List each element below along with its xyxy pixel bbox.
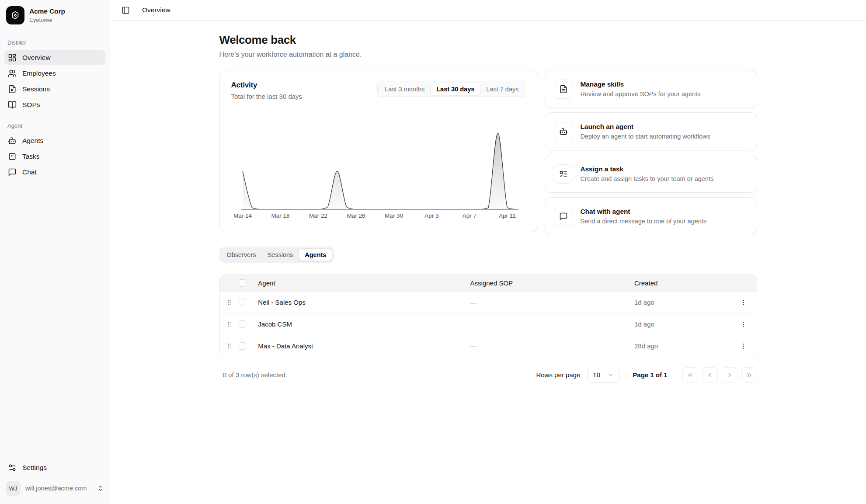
page-subtitle: Here's your workforce automation at a gl… [219, 51, 757, 59]
action-title: Launch an agent [581, 123, 710, 131]
action-card-launch-agent[interactable]: Launch an agent Deploy an agent to start… [545, 112, 757, 150]
x-axis-tick-label: Apr 11 [499, 212, 516, 219]
workspace-switcher[interactable]: Acme Corp Eyetower [4, 4, 105, 26]
avatar: WJ [6, 481, 21, 496]
sidebar-item-label: Tasks [22, 153, 40, 160]
sidebar-item-label: Employees [22, 70, 56, 77]
sidebar-toggle-button[interactable] [119, 3, 132, 17]
drag-handle[interactable] [226, 321, 233, 327]
sidebar-item-sops[interactable]: SOPs [4, 97, 105, 112]
previous-page-button[interactable] [702, 367, 718, 383]
action-text: Chat with agent Send a direct message to… [581, 208, 707, 225]
grip-vertical-icon [226, 321, 233, 327]
action-icon-box [554, 122, 573, 141]
action-text: Launch an agent Deploy an agent to start… [581, 123, 710, 140]
agent-name: Neil - Sales Ops [254, 299, 470, 306]
created-value: 28d ago [634, 342, 730, 350]
range-tab-last-30-days[interactable]: Last 30 days [430, 83, 480, 95]
grip-vertical-icon [226, 343, 233, 349]
assigned-sop-value: — [470, 320, 634, 328]
hexagon-gem-icon [10, 10, 21, 21]
drag-handle[interactable] [226, 299, 233, 306]
table-footer: 0 of 3 row(s) selected. Rows per page 10… [219, 367, 757, 400]
row-checkbox[interactable] [239, 342, 246, 350]
next-page-button[interactable] [722, 367, 737, 383]
list-todo-icon [559, 170, 568, 178]
book-open-icon [8, 101, 17, 109]
nav-section-agent: Agent Agents Tasks [4, 122, 105, 179]
table-row[interactable]: Jacob CSM — 1d ago [220, 313, 757, 335]
row-checkbox[interactable] [239, 320, 246, 328]
workspace-name: Acme Corp [29, 7, 65, 15]
users-icon [8, 69, 17, 78]
section-label: Distiller [4, 39, 105, 46]
row-menu-cell [730, 318, 757, 331]
user-menu[interactable]: WJ will.jones@acme.com [4, 479, 105, 498]
sidebar-item-chat[interactable]: Chat [4, 165, 105, 179]
column-header-created: Created [634, 279, 730, 287]
last-page-button[interactable] [741, 367, 757, 383]
first-page-button[interactable] [682, 367, 698, 383]
action-title: Manage skills [581, 80, 701, 88]
tab-agents[interactable]: Agents [299, 248, 332, 261]
row-menu-cell [730, 296, 757, 309]
table-row[interactable]: Neil - Sales Ops — 1d ago [220, 291, 757, 313]
workspace-subtitle: Eyetower [29, 17, 65, 23]
sidebar-item-settings[interactable]: Settings [4, 460, 105, 475]
assigned-sop-value: — [470, 342, 634, 350]
message-square-icon [559, 212, 568, 221]
x-axis-tick-label: Mar 26 [347, 212, 365, 219]
row-handle-cell [220, 343, 239, 349]
sidebar-item-employees[interactable]: Employees [4, 66, 105, 80]
row-actions-button[interactable] [737, 318, 750, 331]
dashboard-row: Activity Total for the last 30 days Last… [219, 70, 757, 235]
select-all-checkbox[interactable] [239, 279, 246, 287]
range-tab-last-7-days[interactable]: Last 7 days [480, 83, 524, 95]
sidebar-footer: Settings WJ will.jones@acme.com [4, 460, 105, 498]
action-title: Assign a task [581, 165, 714, 173]
view-tabs: Observers Sessions Agents [219, 247, 334, 263]
sidebar-item-label: Sessions [22, 85, 50, 93]
sidebar: Acme Corp Eyetower Distiller Overview [0, 0, 110, 504]
action-title: Chat with agent [581, 208, 707, 216]
rows-per-page-select[interactable]: 10 [587, 367, 619, 383]
sidebar-item-tasks[interactable]: Tasks [4, 149, 105, 163]
created-value: 1d ago [634, 299, 730, 306]
file-play-icon [8, 85, 17, 94]
sidebar-item-label: SOPs [22, 101, 40, 109]
tab-observers[interactable]: Observers [221, 248, 262, 261]
breadcrumb: Overview [142, 6, 170, 14]
agent-name: Jacob CSM [254, 320, 470, 328]
sidebar-item-agents[interactable]: Agents [4, 133, 105, 148]
table-row[interactable]: Max - Data Analyst — 28d ago [220, 335, 757, 357]
ellipsis-vertical-icon [740, 321, 747, 328]
sliders-icon [8, 463, 17, 472]
row-handle-cell [220, 299, 239, 306]
row-checkbox[interactable] [239, 299, 246, 306]
x-axis-tick-label: Mar 14 [233, 212, 252, 219]
action-description: Send a direct message to one of your age… [581, 218, 707, 225]
dashboard-icon [8, 53, 17, 62]
x-axis-tick-label: Apr 7 [462, 212, 476, 219]
row-checkbox-cell [239, 320, 254, 328]
message-square-icon [8, 168, 17, 177]
chevrons-left-icon [687, 372, 694, 379]
range-tab-last-3-months[interactable]: Last 3 months [379, 83, 430, 95]
action-card-manage-skills[interactable]: Manage skills Review and approve SOPs fo… [545, 70, 757, 108]
action-description: Review and approve SOPs for your agents [581, 90, 701, 97]
sidebar-item-sessions[interactable]: Sessions [4, 82, 105, 96]
sidebar-item-overview[interactable]: Overview [4, 50, 105, 65]
rows-per-page-label: Rows per page [536, 371, 580, 379]
sidebar-nav: Distiller Overview Employees [4, 26, 105, 179]
activity-title: Activity [231, 81, 303, 90]
file-text-icon [559, 85, 568, 94]
sidebar-item-label: Overview [22, 54, 51, 62]
row-actions-button[interactable] [737, 296, 750, 309]
row-actions-button[interactable] [737, 340, 750, 353]
action-card-assign-task[interactable]: Assign a task Create and assign tasks to… [545, 155, 757, 193]
table-header-row: Agent Assigned SOP Created [220, 275, 757, 291]
x-axis-tick-label: Mar 22 [309, 212, 327, 219]
drag-handle[interactable] [226, 343, 233, 349]
tab-sessions[interactable]: Sessions [261, 248, 299, 261]
action-card-chat-with-agent[interactable]: Chat with agent Send a direct message to… [545, 197, 757, 235]
